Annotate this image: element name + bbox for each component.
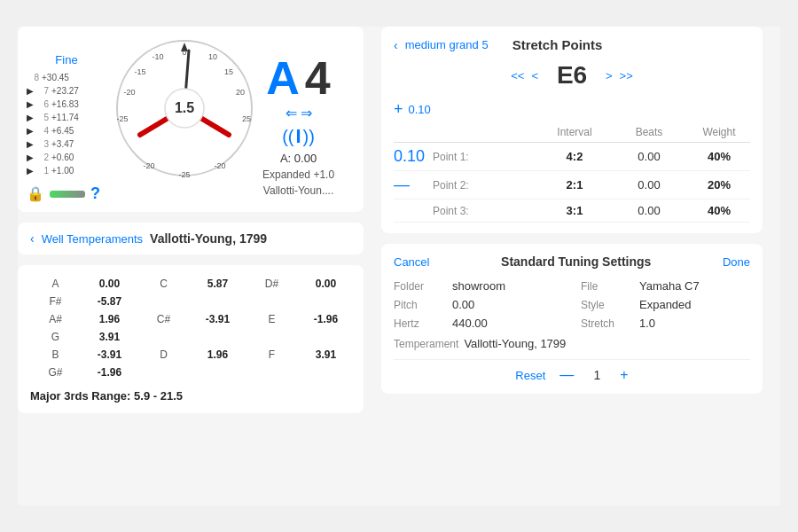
stretch-header: ‹ medium grand 5 Stretch Points: [394, 37, 750, 52]
tuner-section: Fine 8 +30.45 ▶ 7 +23.27 ▶ 6 +16.83: [18, 27, 364, 212]
left-panel: Fine 8 +30.45 ▶ 7 +23.27 ▶ 6 +16.83: [18, 27, 364, 505]
val-D: 1.96: [192, 347, 243, 363]
svg-text:20: 20: [236, 88, 245, 97]
temp-grid: A 0.00 C 5.87 D# 0.00 F# -5.87 A# 1.96 C…: [30, 276, 351, 380]
row1-action[interactable]: 0.10: [394, 147, 429, 166]
row2-action[interactable]: —: [394, 176, 429, 194]
increment-button[interactable]: +: [620, 367, 628, 383]
row3-weight: 40%: [688, 204, 750, 217]
temperament-name: Vallotti-Young, 1799: [150, 231, 267, 246]
svg-text:-25: -25: [178, 170, 190, 179]
app-container: Fine 8 +30.45 ▶ 7 +23.27 ▶ 6 +16.83: [18, 27, 780, 505]
note-style: Expanded +1.0: [262, 168, 334, 181]
meter-footer: 🔒 ?: [27, 184, 100, 203]
stretch-back-arrow[interactable]: ‹: [394, 38, 398, 52]
row1-label: Point 1:: [433, 151, 536, 163]
style-row: Style Expanded: [581, 298, 750, 311]
counter-value: 1: [588, 368, 606, 382]
add-point-btn[interactable]: +: [394, 100, 403, 119]
note-cents: A: 0.00: [280, 152, 317, 165]
note-A: A: [30, 276, 81, 292]
row3-beats[interactable]: 0.00: [614, 204, 685, 217]
row3-label: Point 3:: [433, 205, 536, 217]
nav-rightright-btn[interactable]: >>: [620, 69, 633, 82]
svg-text:1.5: 1.5: [175, 100, 194, 115]
back-arrow-icon[interactable]: ‹: [30, 231, 35, 246]
note-letter: A: [266, 55, 300, 101]
row2-interval: 2:1: [539, 178, 610, 192]
done-button[interactable]: Done: [723, 255, 750, 269]
val-C: 5.87: [192, 276, 243, 292]
svg-text:-20: -20: [123, 88, 135, 97]
stretch-row-1: 0.10 Point 1: 4:2 0.00 40%: [394, 143, 750, 171]
decrement-button[interactable]: —: [559, 367, 574, 383]
nav-left-btn[interactable]: <: [531, 69, 538, 82]
svg-text:-25: -25: [116, 114, 128, 123]
nav-leftleft-btn[interactable]: <<: [511, 69, 524, 82]
val-B: -3.91: [84, 347, 135, 363]
svg-text:-15: -15: [134, 67, 145, 76]
svg-text:10: 10: [208, 52, 217, 61]
svg-text:25: 25: [242, 114, 251, 123]
temperament-bar: ‹ Well Temperaments Vallotti-Young, 1799: [18, 223, 364, 254]
current-note: E6: [545, 61, 598, 90]
help-icon[interactable]: ?: [90, 184, 100, 203]
note-B: B: [30, 347, 81, 363]
row1-beats[interactable]: 0.00: [614, 150, 685, 163]
val-G: 3.91: [84, 329, 135, 345]
nav-right-btn[interactable]: >: [606, 69, 613, 82]
note-temp: Vallotti-Youn....: [263, 184, 333, 197]
level-bar: [50, 191, 85, 198]
row2-weight: 20%: [688, 178, 750, 192]
meter-rows: 8 +30.45 ▶ 7 +23.27 ▶ 6 +16.83 ▶: [27, 72, 106, 177]
svg-text:-20: -20: [214, 161, 225, 170]
note-row: A 4: [266, 55, 330, 101]
svg-text:15: 15: [224, 67, 233, 76]
stretch-section: ‹ medium grand 5 Stretch Points << < E6 …: [381, 27, 763, 233]
note-F: F: [246, 347, 297, 363]
lock-icon: 🔒: [27, 185, 44, 202]
svg-text:0: 0: [182, 48, 186, 57]
meter-row-3: ▶ 3 +3.47: [27, 138, 106, 151]
note-D: D: [138, 347, 189, 363]
val-Ds: 0.00: [301, 276, 351, 292]
pitch-row: Pitch 0.00: [394, 298, 563, 311]
medium-grand-link[interactable]: medium grand 5: [405, 38, 489, 51]
note-E: E: [246, 311, 297, 327]
val-A: 0.00: [84, 276, 135, 292]
style-value: Expanded: [639, 298, 692, 311]
tuning-fork-icon: ((I)): [282, 125, 315, 148]
fine-label: Fine: [27, 53, 106, 66]
note-display: A 4 ⇐ ⇒ ((I)) A: 0.00 Expanded +1.0 Vall…: [262, 37, 334, 197]
val-E: -1.96: [301, 311, 351, 327]
stretch-table-header: Interval Beats Weight: [394, 122, 750, 143]
temperament-table: A 0.00 C 5.87 D# 0.00 F# -5.87 A# 1.96 C…: [18, 265, 364, 413]
row2-beats[interactable]: 0.00: [614, 178, 685, 192]
beats-header: Beats: [614, 126, 685, 138]
meter-row-8: 8 +30.45: [27, 72, 106, 84]
left-arrow-icon: ⇐: [286, 105, 297, 121]
settings-footer: Reset — 1 +: [394, 359, 750, 383]
row1-weight: 40%: [688, 150, 750, 163]
well-temperaments-link[interactable]: Well Temperaments: [42, 232, 143, 246]
file-row: File Yamaha C7: [581, 279, 750, 293]
hertz-row: Hertz 440.00: [394, 317, 563, 330]
settings-header: Cancel Standard Tuning Settings Done: [394, 254, 750, 269]
arrows-row: ⇐ ⇒: [286, 105, 312, 121]
add-num: 0.10: [409, 103, 431, 116]
note-Gs: G#: [30, 364, 81, 380]
val-Cs: -3.91: [192, 311, 243, 327]
val-Fs: -5.87: [84, 293, 135, 309]
settings-title: Standard Tuning Settings: [501, 254, 651, 269]
note-nav: << < E6 > >>: [394, 61, 750, 90]
svg-text:-20: -20: [143, 161, 154, 170]
cancel-button[interactable]: Cancel: [394, 255, 429, 269]
stretch-title: Stretch Points: [496, 37, 620, 52]
add-row: + 0.10: [394, 97, 750, 122]
meter-row-1: ▶ 1 +1.00: [27, 165, 106, 177]
stretch-row: Stretch 1.0: [581, 317, 750, 330]
reset-button[interactable]: Reset: [515, 369, 545, 382]
note-number: 4: [305, 55, 331, 101]
svg-text:-10: -10: [152, 52, 163, 61]
interval-header: Interval: [539, 126, 610, 138]
